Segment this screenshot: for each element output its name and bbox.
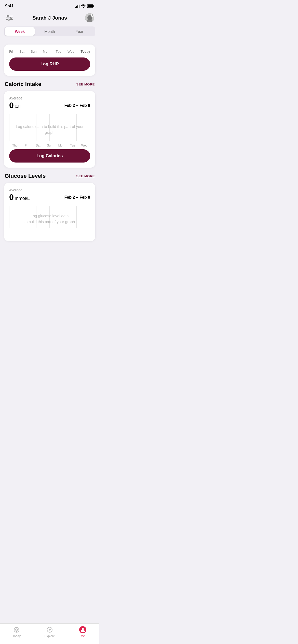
- day-today: Today: [81, 50, 90, 53]
- tab-week[interactable]: Week: [5, 27, 35, 36]
- caloric-graph-days: Thu Fri Sat Sun Mon Tue Wed: [9, 144, 90, 147]
- graph-day: Fri: [21, 144, 32, 147]
- glucose-levels-see-more[interactable]: SEE MORE: [76, 174, 95, 178]
- glucose-average-label: Average: [9, 188, 90, 192]
- tab-month[interactable]: Month: [35, 27, 64, 36]
- graph-day: Sat: [32, 144, 44, 147]
- svg-point-0: [83, 7, 84, 8]
- glucose-value-group: 0mmol/L: [9, 193, 30, 202]
- log-rhr-button[interactable]: Log RHR: [9, 57, 90, 71]
- graph-day: Wed: [79, 144, 90, 147]
- rhr-card: Fri Sat Sun Mon Tue Wed Today Log RHR: [4, 45, 95, 76]
- day-wed: Wed: [67, 50, 74, 53]
- day-sun: Sun: [31, 50, 36, 53]
- caloric-empty-text: Log caloric data to build this part of y…: [9, 124, 90, 135]
- signal-bars-icon: [75, 4, 79, 8]
- svg-rect-2: [93, 5, 94, 7]
- battery-icon: [87, 4, 94, 8]
- caloric-intake-see-more[interactable]: SEE MORE: [76, 82, 95, 86]
- caloric-average-row: 0cal Feb 2 – Feb 8: [9, 101, 90, 110]
- caloric-date-range: Feb 2 – Feb 8: [64, 103, 90, 108]
- tab-switcher[interactable]: Week Month Year: [4, 26, 95, 36]
- tab-year[interactable]: Year: [65, 27, 94, 36]
- day-mon: Mon: [43, 50, 49, 53]
- glucose-graph: Log glucose level datato build this part…: [9, 206, 90, 234]
- svg-point-9: [8, 19, 10, 20]
- filter-icon[interactable]: [5, 13, 14, 22]
- header: Sarah J Jonas: [0, 11, 99, 26]
- caloric-intake-header: Caloric Intake SEE MORE: [4, 81, 95, 87]
- svg-point-8: [10, 17, 12, 19]
- glucose-average-row: 0mmol/L Feb 2 – Feb 8: [9, 193, 90, 202]
- glucose-date-range: Feb 2 – Feb 8: [64, 195, 90, 200]
- svg-point-7: [7, 15, 9, 17]
- glucose-levels-card: Average 0mmol/L Feb 2 – Feb 8 Log glucos…: [4, 183, 95, 241]
- glucose-levels-header: Glucose Levels SEE MORE: [4, 173, 95, 179]
- caloric-unit: cal: [15, 104, 21, 109]
- day-sat: Sat: [19, 50, 24, 53]
- wifi-icon: [81, 4, 86, 8]
- glucose-average-value: 0: [9, 193, 14, 202]
- graph-day: Thu: [9, 144, 21, 147]
- status-bar: 9:41: [0, 0, 99, 11]
- status-time: 9:41: [5, 4, 14, 9]
- caloric-graph: Log caloric data to build this part of y…: [9, 114, 90, 147]
- day-tue: Tue: [56, 50, 61, 53]
- page-title: Sarah J Jonas: [32, 15, 67, 21]
- avatar[interactable]: [85, 13, 94, 22]
- glucose-levels-title: Glucose Levels: [5, 173, 46, 179]
- graph-day: Sun: [44, 144, 55, 147]
- status-icons: [75, 4, 94, 8]
- caloric-value-group: 0cal: [9, 101, 21, 110]
- log-calories-button[interactable]: Log Calories: [9, 149, 90, 163]
- caloric-average-value: 0: [9, 101, 14, 110]
- graph-day: Mon: [56, 144, 67, 147]
- graph-day: Tue: [67, 144, 78, 147]
- rhr-days-row: Fri Sat Sun Mon Tue Wed Today: [9, 50, 90, 53]
- caloric-intake-card: Average 0cal Feb 2 – Feb 8 Log caloric d…: [4, 91, 95, 168]
- day-fri: Fri: [9, 50, 13, 53]
- glucose-empty-text: Log glucose level datato build this part…: [9, 213, 90, 225]
- caloric-intake-title: Caloric Intake: [5, 81, 41, 87]
- glucose-unit: mmol/L: [15, 196, 30, 201]
- caloric-average-label: Average: [9, 96, 90, 100]
- svg-rect-3: [88, 5, 93, 7]
